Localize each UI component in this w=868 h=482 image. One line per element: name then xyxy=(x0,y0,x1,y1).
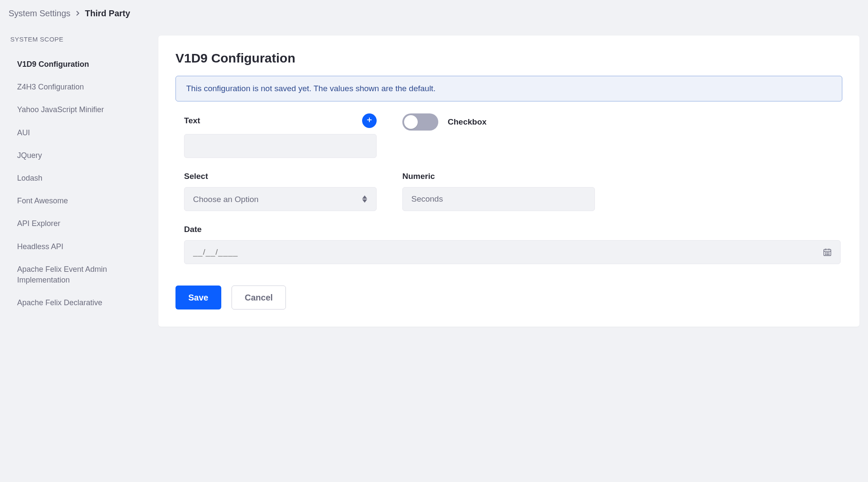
svg-point-6 xyxy=(826,253,826,253)
sidebar-item-jquery[interactable]: JQuery xyxy=(9,144,141,167)
svg-point-7 xyxy=(827,253,827,253)
numeric-input[interactable] xyxy=(402,187,595,211)
sidebar-item-apache-felix-event-admin[interactable]: Apache Felix Event Admin Implementation xyxy=(9,258,141,292)
main-panel: V1D9 Configuration This configuration is… xyxy=(158,36,859,327)
svg-point-8 xyxy=(829,253,829,253)
sidebar-item-v1d9[interactable]: V1D9 Configuration xyxy=(9,53,141,76)
svg-point-9 xyxy=(826,254,826,255)
calendar-icon[interactable] xyxy=(823,247,832,257)
checkbox-label: Checkbox xyxy=(448,117,487,127)
numeric-field-label: Numeric xyxy=(402,172,595,181)
breadcrumb-current: Third Party xyxy=(85,9,131,18)
date-input[interactable] xyxy=(184,240,841,264)
sidebar-item-lodash[interactable]: Lodash xyxy=(9,167,141,190)
save-button[interactable]: Save xyxy=(175,286,221,309)
info-banner: This configuration is not saved yet. The… xyxy=(175,76,842,101)
cancel-button[interactable]: Cancel xyxy=(232,286,286,309)
sidebar-item-api-explorer[interactable]: API Explorer xyxy=(9,212,141,235)
sidebar-item-z4h3[interactable]: Z4H3 Configuration xyxy=(9,76,141,98)
breadcrumb-parent[interactable]: System Settings xyxy=(9,9,71,18)
svg-point-10 xyxy=(827,254,827,255)
svg-point-11 xyxy=(829,254,829,255)
text-field-label: Text xyxy=(184,116,200,125)
sidebar-item-yahoo-js-minifier[interactable]: Yahoo JavaScript Minifier xyxy=(9,98,141,121)
add-text-button[interactable] xyxy=(362,113,377,128)
checkbox-toggle[interactable] xyxy=(402,113,438,131)
plus-icon xyxy=(366,116,373,125)
sidebar-item-headless-api[interactable]: Headless API xyxy=(9,235,141,258)
toggle-knob xyxy=(404,115,418,129)
sidebar-list: V1D9 Configuration Z4H3 Configuration Ya… xyxy=(9,53,141,314)
sidebar-title: SYSTEM SCOPE xyxy=(9,36,141,43)
breadcrumb: System Settings Third Party xyxy=(9,9,859,18)
chevron-right-icon xyxy=(76,9,80,18)
page-title: V1D9 Configuration xyxy=(175,51,842,65)
select-input[interactable]: Choose an Option xyxy=(184,187,377,211)
text-input[interactable] xyxy=(184,134,377,158)
sidebar-item-font-awesome[interactable]: Font Awesome xyxy=(9,190,141,212)
select-field-label: Select xyxy=(184,172,377,181)
sidebar-item-aui[interactable]: AUI xyxy=(9,122,141,144)
sidebar-item-apache-felix-declarative[interactable]: Apache Felix Declarative xyxy=(9,292,141,314)
date-field-label: Date xyxy=(184,225,841,234)
sidebar: SYSTEM SCOPE V1D9 Configuration Z4H3 Con… xyxy=(9,36,141,327)
